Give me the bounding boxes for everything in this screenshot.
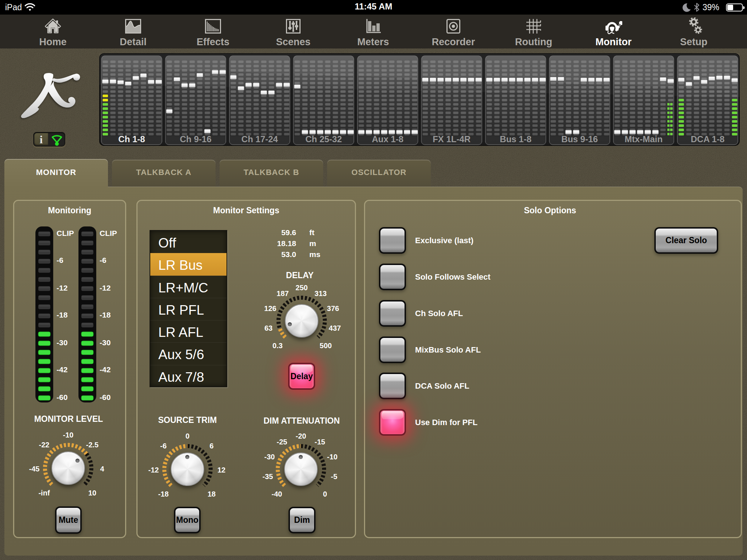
svg-text:500: 500 — [320, 342, 332, 350]
svg-text:0.3: 0.3 — [272, 342, 283, 350]
svg-text:10: 10 — [88, 489, 96, 497]
svg-text:250: 250 — [295, 284, 307, 292]
svg-text:-15: -15 — [315, 438, 325, 446]
svg-text:376: 376 — [327, 304, 339, 312]
svg-text:Aux 1-8: Aux 1-8 — [372, 134, 403, 144]
svg-text:Ch 9-16: Ch 9-16 — [180, 134, 212, 144]
svg-text:-10: -10 — [63, 431, 74, 439]
svg-text:Mtx-Main: Mtx-Main — [625, 134, 663, 144]
svg-text:-12: -12 — [148, 466, 159, 474]
svg-text:4: 4 — [100, 465, 104, 473]
svg-text:63: 63 — [264, 324, 272, 332]
svg-text:0: 0 — [185, 432, 189, 440]
svg-text:18: 18 — [208, 490, 216, 498]
svg-text:Ch 17-24: Ch 17-24 — [241, 134, 278, 144]
svg-text:-45: -45 — [29, 465, 40, 473]
svg-text:-20: -20 — [296, 432, 306, 440]
svg-text:-2.5: -2.5 — [86, 441, 98, 449]
svg-text:-30: -30 — [264, 453, 275, 461]
svg-text:0: 0 — [323, 490, 327, 498]
svg-text:-25: -25 — [277, 438, 287, 446]
svg-text:-10: -10 — [327, 453, 338, 461]
svg-text:-5: -5 — [331, 472, 337, 481]
svg-text:-inf: -inf — [38, 489, 50, 497]
svg-text:-35: -35 — [263, 472, 273, 481]
svg-text:DCA 1-8: DCA 1-8 — [691, 134, 724, 144]
svg-text:FX 1L-4R: FX 1L-4R — [433, 134, 471, 144]
svg-text:-40: -40 — [272, 490, 282, 498]
svg-text:313: 313 — [314, 289, 326, 298]
svg-text:Bus 1-8: Bus 1-8 — [500, 134, 531, 144]
svg-text:-22: -22 — [39, 441, 50, 449]
svg-text:12: 12 — [217, 466, 225, 474]
svg-text:-6: -6 — [160, 442, 167, 450]
svg-text:Ch 25-32: Ch 25-32 — [305, 134, 342, 144]
svg-text:6: 6 — [209, 442, 213, 450]
svg-text:126: 126 — [264, 304, 276, 312]
svg-text:Bus 9-16: Bus 9-16 — [561, 134, 598, 144]
svg-text:Ch 1-8: Ch 1-8 — [118, 134, 145, 144]
svg-text:187: 187 — [276, 289, 289, 298]
svg-text:-18: -18 — [158, 490, 169, 498]
svg-text:437: 437 — [329, 324, 341, 332]
